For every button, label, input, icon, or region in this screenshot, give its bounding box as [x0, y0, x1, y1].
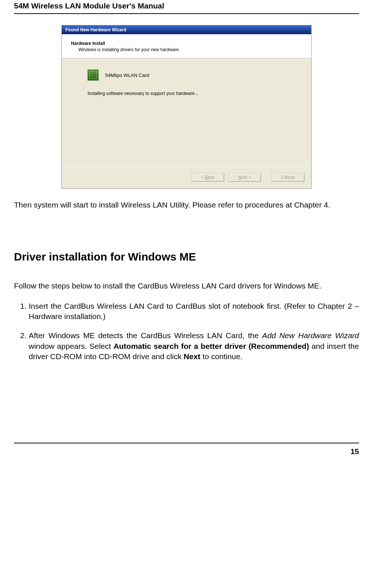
device-name-label: 54Mbps WLAN Card [105, 72, 149, 78]
wizard-button-bar: < Back Next > Cancel [62, 166, 311, 188]
step-1: Insert the CardBus Wireless LAN Card to … [29, 301, 359, 322]
step2-post: to continue. [200, 352, 242, 361]
paragraph-install-utility: Then system will start to install Wirele… [14, 200, 359, 210]
wizard-header-area: Hardware Install Windows is installing d… [62, 34, 311, 59]
back-button[interactable]: < Back [191, 173, 224, 182]
step2-option-bold: Automatic search for a better driver (Re… [113, 342, 309, 350]
section-heading-windows-me: Driver installation for Windows ME [14, 251, 359, 263]
wizard-content: 54Mbps WLAN Card Installing software nec… [62, 59, 311, 166]
device-row: 54Mbps WLAN Card [88, 70, 302, 81]
hardware-install-label: Hardware Install [71, 41, 302, 46]
install-steps-list: Insert the CardBus Wireless LAN Card to … [14, 301, 359, 362]
wizard-titlebar: Found New Hardware Wizard [62, 25, 311, 34]
step2-wizard-name: Add New Hardware Wizard [262, 331, 359, 340]
cancel-button[interactable]: Cancel [271, 173, 305, 182]
step2-mid1: window appears. Select [29, 342, 113, 350]
next-button[interactable]: Next > [228, 173, 261, 182]
page-footer: 15 [14, 443, 359, 456]
device-card-icon [88, 70, 99, 81]
page-header-title: 54M Wireless LAN Module User's Manual [14, 0, 359, 14]
step-2: After Windows ME detects the CardBus Wir… [29, 330, 359, 362]
wizard-subtext: Windows is installing drivers for your n… [71, 47, 302, 52]
step2-pre: After Windows ME detects the CardBus Wir… [29, 331, 262, 340]
wizard-body: Hardware Install Windows is installing d… [62, 34, 311, 188]
wizard-window: Found New Hardware Wizard Hardware Insta… [61, 25, 312, 189]
section-description: Follow the steps below to install the Ca… [14, 281, 359, 291]
page-number: 15 [351, 447, 359, 456]
installing-status-text: Installing software necessary to support… [88, 91, 302, 96]
step2-next-bold: Next [184, 352, 200, 361]
